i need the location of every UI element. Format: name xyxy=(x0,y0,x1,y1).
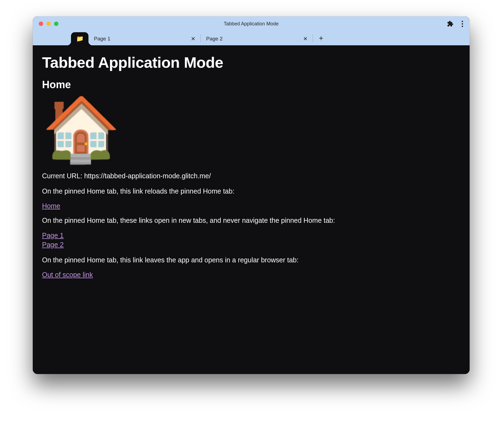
tab-label: Page 2 xyxy=(206,36,302,42)
current-url-value: https://tabbed-application-mode.glitch.m… xyxy=(84,172,211,180)
close-window-button[interactable] xyxy=(39,22,43,26)
link-page-2[interactable]: Page 2 xyxy=(42,240,460,250)
house-icon: 🏠 xyxy=(42,98,460,161)
window-title: Tabbed Application Mode xyxy=(33,21,470,27)
close-tab-icon[interactable]: ✕ xyxy=(189,35,197,42)
tab-page-2[interactable]: Page 2 ✕ xyxy=(201,32,313,45)
paragraph-out-of-scope: On the pinned Home tab, this link leaves… xyxy=(42,256,460,265)
link-home[interactable]: Home xyxy=(42,202,60,210)
pinned-home-tab[interactable]: 📁 xyxy=(71,32,88,45)
link-out-of-scope[interactable]: Out of scope link xyxy=(42,271,93,279)
page-title: Tabbed Application Mode xyxy=(42,54,460,71)
folder-icon: 📁 xyxy=(76,36,84,42)
minimize-window-button[interactable] xyxy=(46,22,51,26)
tab-page-1[interactable]: Page 1 ✕ xyxy=(88,32,200,45)
maximize-window-button[interactable] xyxy=(54,22,58,26)
app-menu-button[interactable] xyxy=(460,19,465,29)
extensions-icon[interactable] xyxy=(447,20,453,27)
tab-label: Page 1 xyxy=(94,36,189,42)
paragraph-home-reload: On the pinned Home tab, this link reload… xyxy=(42,187,460,196)
titlebar: Tabbed Application Mode xyxy=(33,16,470,31)
page-content: Tabbed Application Mode Home 🏠 Current U… xyxy=(33,45,470,374)
new-tab-button[interactable]: + xyxy=(316,33,327,44)
link-page-1[interactable]: Page 1 xyxy=(42,231,460,240)
window-controls xyxy=(39,22,58,26)
paragraph-new-tabs: On the pinned Home tab, these links open… xyxy=(42,216,460,225)
close-tab-icon[interactable]: ✕ xyxy=(302,35,309,42)
current-url-label: Current URL: xyxy=(42,172,84,180)
app-window: Tabbed Application Mode 📁 Page 1 ✕ P xyxy=(33,16,470,374)
page-subtitle: Home xyxy=(42,79,460,91)
current-url-line: Current URL: https://tabbed-application-… xyxy=(42,171,460,181)
tab-separator xyxy=(313,34,313,42)
tab-strip: 📁 Page 1 ✕ Page 2 ✕ + xyxy=(33,31,470,45)
